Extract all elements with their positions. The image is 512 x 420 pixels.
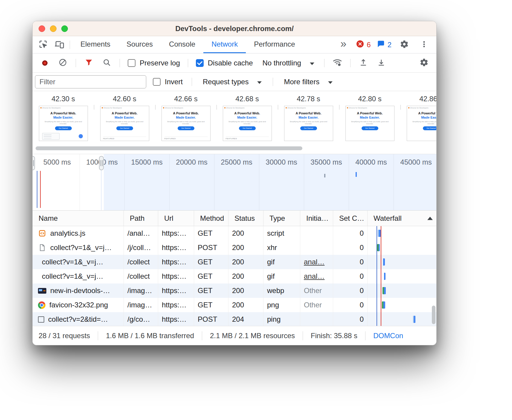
cell-set-cookies: 0 (333, 255, 368, 269)
cell-url: https:… (158, 298, 194, 312)
column-header-setc[interactable]: Set C… (333, 211, 368, 226)
waterfall-bars (383, 258, 385, 266)
site-header-text: Chrome for Developers (349, 107, 367, 109)
record-button[interactable] (37, 56, 52, 70)
filter-toggle-button[interactable] (81, 56, 96, 70)
cell-url: https:… (158, 269, 194, 283)
network-conditions-icon (332, 58, 342, 68)
column-header-type[interactable]: Type (263, 211, 300, 226)
initiator-link[interactable]: anal… (304, 258, 324, 266)
inspect-element-button[interactable] (35, 38, 51, 52)
initiator-link[interactable]: anal… (304, 272, 324, 280)
invert-checkbox[interactable]: Invert (150, 78, 185, 86)
hero-tagline: Simplifying the web to help you build, g… (407, 121, 437, 125)
filmstrip-frame[interactable]: 42.80 sChrome for DevelopersA Powerful W… (339, 91, 400, 142)
waterfall-segment (383, 258, 385, 266)
waterfall-bars (377, 244, 380, 251)
issues-badge[interactable]: 2 (376, 40, 393, 50)
cell-type: gif (263, 255, 300, 269)
frame-thumbnail: Chrome for DevelopersA Powerful Web.Made… (39, 106, 88, 141)
tab-network[interactable]: Network (203, 36, 246, 53)
column-header-waterfall[interactable]: Waterfall (368, 211, 436, 226)
table-row[interactable]: favicon-32x32.png/imag…https:…GET200pngO… (33, 298, 436, 312)
filmstrip-frame[interactable]: 42.68 sChrome for DevelopersA Powerful W… (217, 91, 278, 142)
request-types-label: Request types (203, 78, 249, 86)
close-window-button[interactable] (39, 25, 45, 32)
table-row[interactable]: collect?v=1&_v=j…/j/coll…https:…POST200x… (33, 240, 436, 255)
column-header-status[interactable]: Status (228, 211, 263, 226)
horizontal-scrollbar-thumb[interactable] (36, 146, 302, 150)
filter-input[interactable] (35, 75, 146, 88)
table-row[interactable]: analytics.js/anal…https:…GET200script0 (33, 226, 436, 240)
frame-timestamp: 42.68 s (235, 95, 259, 103)
tab-elements[interactable]: Elements (72, 36, 118, 53)
more-tabs-button[interactable]: » (335, 38, 351, 52)
preserve-log-checkbox[interactable]: Preserve log (125, 59, 182, 67)
status-domcontentloaded-link[interactable]: DOMCon (373, 332, 403, 340)
cell-type: script (263, 226, 300, 240)
cell-initiator (300, 226, 333, 240)
column-header-path[interactable]: Path (124, 211, 158, 226)
left-range-handle[interactable] (33, 156, 35, 170)
filmstrip-frame[interactable]: 42.66 sChrome for DevelopersA Powerful W… (155, 91, 217, 142)
table-row[interactable]: new-in-devtools-…/imag…https:…GET200webp… (33, 283, 436, 298)
hero-heading-1: A Powerful Web. (346, 111, 394, 116)
clear-button[interactable] (55, 56, 70, 70)
hero-button: Get Started (300, 126, 317, 130)
table-row[interactable]: collect?v=2&tid=…/g/co…https:…POST204pin… (33, 312, 436, 326)
sort-ascending-icon (427, 217, 433, 220)
cell-type: xhr (263, 240, 300, 255)
toolbar-divider (324, 59, 324, 67)
chrome-file-icon (38, 301, 45, 309)
frame-thumbnail: Chrome for DevelopersA Powerful Web.Made… (100, 106, 149, 141)
thumb-site-header: Chrome for Developers (284, 106, 333, 109)
domcontentloaded-line (37, 171, 37, 208)
request-types-select[interactable]: Request types (199, 78, 266, 86)
search-button[interactable] (99, 56, 114, 70)
column-header-initia[interactable]: Initia… (300, 211, 333, 226)
settings-button[interactable] (396, 38, 412, 52)
filmstrip-frame[interactable]: 42.30 sChrome for DevelopersA Powerful W… (33, 91, 94, 142)
toolbar-divider (192, 78, 192, 86)
filmstrip-frame[interactable]: 42.78 sChrome for DevelopersA Powerful W… (278, 91, 339, 142)
network-conditions-button[interactable] (330, 56, 345, 70)
selection-guide-line (101, 170, 101, 210)
hero-heading-1: A Powerful Web. (223, 111, 272, 116)
toolbar-divider (76, 59, 76, 67)
error-badge[interactable]: 6 (355, 40, 372, 50)
device-toolbar-button[interactable] (51, 38, 67, 52)
waterfall-bars (413, 316, 415, 323)
checkbox-icon (196, 59, 204, 67)
network-settings-button[interactable] (417, 56, 432, 70)
more-options-button[interactable] (416, 38, 432, 52)
column-header-url[interactable]: Url (158, 211, 194, 226)
thumb-site-header: Chrome for Developers (346, 106, 394, 109)
table-row[interactable]: collect?v=1&_v=j…/collecthttps:…GET200gi… (33, 255, 436, 269)
tab-sources[interactable]: Sources (118, 36, 161, 53)
thumb-site-header: Chrome for Developers (100, 106, 149, 109)
minimize-window-button[interactable] (50, 25, 57, 32)
waterfall-segment (384, 287, 386, 294)
cell-type: webp (263, 283, 300, 298)
more-filters-select[interactable]: More filters (280, 78, 337, 86)
record-icon (42, 60, 48, 66)
right-range-handle[interactable] (99, 156, 104, 170)
tab-performance[interactable]: Performance (246, 36, 303, 53)
export-har-button[interactable] (374, 56, 389, 70)
column-header-method[interactable]: Method (194, 211, 228, 226)
filmstrip-frame[interactable]: 42.60 sChrome for DevelopersA Powerful W… (94, 91, 155, 142)
request-name: favicon-32x32.png (49, 301, 108, 309)
disable-cache-checkbox[interactable]: Disable cache (193, 59, 255, 67)
table-row[interactable]: collect?v=1&_v=j…/collecthttps:…GET200gi… (33, 269, 436, 283)
filmstrip-frame[interactable]: 42.86 sChrome for DevelopersA Powerful W… (400, 91, 436, 142)
import-har-button[interactable] (356, 56, 371, 70)
cell-initiator (300, 240, 333, 255)
vertical-scrollbar-thumb[interactable] (432, 306, 435, 324)
timeline-overview[interactable]: 5000 ms10000 ms15000 ms20000 ms25000 ms3… (33, 154, 436, 211)
cell-set-cookies: 0 (333, 312, 368, 326)
throttling-select[interactable]: No throttling (258, 59, 319, 67)
tab-console[interactable]: Console (161, 36, 203, 53)
column-header-name[interactable]: Name (33, 211, 124, 226)
window-titlebar[interactable]: DevTools - developer.chrome.com/ (33, 21, 436, 36)
zoom-window-button[interactable] (61, 25, 68, 32)
